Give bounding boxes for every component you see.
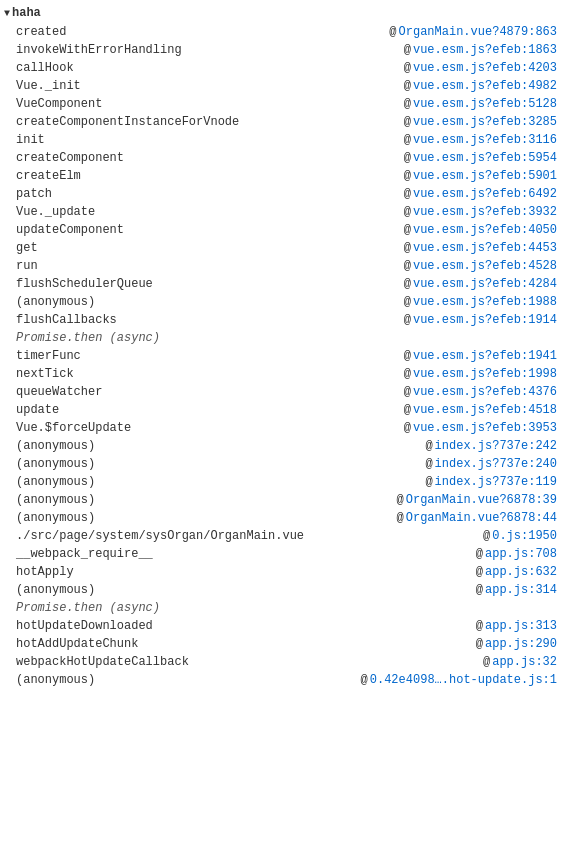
stack-frame-row: createComponent@ vue.esm.js?efeb:5954: [0, 150, 561, 168]
function-name: (anonymous): [16, 583, 216, 597]
group-name: haha: [12, 6, 41, 20]
function-name: __webpack_require__: [16, 547, 216, 561]
stack-frame-row: flushCallbacks@ vue.esm.js?efeb:1914: [0, 312, 561, 330]
at-symbol: @: [404, 295, 411, 309]
function-name: callHook: [16, 61, 216, 75]
source-link[interactable]: OrganMain.vue?6878:44: [406, 511, 557, 525]
source-link[interactable]: vue.esm.js?efeb:1988: [413, 295, 557, 309]
function-name: flushSchedulerQueue: [16, 277, 216, 291]
at-symbol: @: [404, 61, 411, 75]
function-name: timerFunc: [16, 349, 216, 363]
at-symbol: @: [425, 475, 432, 489]
function-name: webpackHotUpdateCallback: [16, 655, 216, 669]
source-link[interactable]: vue.esm.js?efeb:3116: [413, 133, 557, 147]
source-link[interactable]: vue.esm.js?efeb:4203: [413, 61, 557, 75]
source-link[interactable]: vue.esm.js?efeb:1998: [413, 367, 557, 381]
toggle-arrow-icon[interactable]: ▼: [4, 8, 10, 19]
group-header[interactable]: ▼ haha: [0, 4, 561, 24]
at-symbol: @: [397, 493, 404, 507]
source-link[interactable]: app.js:313: [485, 619, 557, 633]
stack-frame-row: hotApply@ app.js:632: [0, 564, 561, 582]
stack-frame-row: hotAddUpdateChunk@ app.js:290: [0, 636, 561, 654]
function-name: Vue.$forceUpdate: [16, 421, 216, 435]
source-link[interactable]: app.js:290: [485, 637, 557, 651]
function-name: (anonymous): [16, 457, 216, 471]
stack-frame-row: createElm@ vue.esm.js?efeb:5901: [0, 168, 561, 186]
source-link[interactable]: vue.esm.js?efeb:4982: [413, 79, 557, 93]
source-link[interactable]: index.js?737e:242: [435, 439, 557, 453]
at-symbol: @: [404, 79, 411, 93]
source-link[interactable]: 0.js:1950: [492, 529, 557, 543]
function-name: flushCallbacks: [16, 313, 216, 327]
source-link[interactable]: vue.esm.js?efeb:4050: [413, 223, 557, 237]
stack-frame-row: queueWatcher@ vue.esm.js?efeb:4376: [0, 384, 561, 402]
source-link[interactable]: vue.esm.js?efeb:5128: [413, 97, 557, 111]
source-link[interactable]: vue.esm.js?efeb:3932: [413, 205, 557, 219]
stack-frame-row: patch@ vue.esm.js?efeb:6492: [0, 186, 561, 204]
source-link[interactable]: vue.esm.js?efeb:1941: [413, 349, 557, 363]
stack-frames-list: created@ OrganMain.vue?4879:863invokeWit…: [0, 24, 561, 690]
function-name: Vue._update: [16, 205, 216, 219]
at-symbol: @: [397, 511, 404, 525]
source-link[interactable]: app.js:632: [485, 565, 557, 579]
source-link[interactable]: OrganMain.vue?4879:863: [399, 25, 557, 39]
stack-frame-row: callHook@ vue.esm.js?efeb:4203: [0, 60, 561, 78]
stack-frame-row: Vue._init@ vue.esm.js?efeb:4982: [0, 78, 561, 96]
source-link[interactable]: vue.esm.js?efeb:5954: [413, 151, 557, 165]
source-link[interactable]: 0.42e4098….hot-update.js:1: [370, 673, 557, 687]
source-link[interactable]: vue.esm.js?efeb:4453: [413, 241, 557, 255]
function-name: (anonymous): [16, 295, 216, 309]
source-link[interactable]: index.js?737e:240: [435, 457, 557, 471]
at-symbol: @: [404, 133, 411, 147]
source-link[interactable]: vue.esm.js?efeb:4284: [413, 277, 557, 291]
at-symbol: @: [483, 529, 490, 543]
at-symbol: @: [404, 349, 411, 363]
stack-frame-row: createComponentInstanceForVnode@ vue.esm…: [0, 114, 561, 132]
function-name: Vue._init: [16, 79, 216, 93]
source-link[interactable]: index.js?737e:119: [435, 475, 557, 489]
stack-frame-row: init@ vue.esm.js?efeb:3116: [0, 132, 561, 150]
function-name: createComponent: [16, 151, 216, 165]
at-symbol: @: [425, 439, 432, 453]
source-link[interactable]: vue.esm.js?efeb:4376: [413, 385, 557, 399]
function-name: update: [16, 403, 216, 417]
function-name: invokeWithErrorHandling: [16, 43, 216, 57]
stack-frame-row: Promise.then (async): [0, 600, 561, 618]
source-link[interactable]: vue.esm.js?efeb:1863: [413, 43, 557, 57]
function-name: get: [16, 241, 216, 255]
source-link[interactable]: app.js:708: [485, 547, 557, 561]
stack-frame-row: Vue._update@ vue.esm.js?efeb:3932: [0, 204, 561, 222]
source-link[interactable]: vue.esm.js?efeb:3285: [413, 115, 557, 129]
function-name: hotApply: [16, 565, 216, 579]
function-name: createComponentInstanceForVnode: [16, 115, 239, 129]
source-link[interactable]: app.js:32: [492, 655, 557, 669]
at-symbol: @: [361, 673, 368, 687]
at-symbol: @: [404, 367, 411, 381]
at-symbol: @: [404, 169, 411, 183]
source-link[interactable]: vue.esm.js?efeb:6492: [413, 187, 557, 201]
stack-frame-row: Vue.$forceUpdate@ vue.esm.js?efeb:3953: [0, 420, 561, 438]
at-symbol: @: [404, 277, 411, 291]
stack-frame-row: flushSchedulerQueue@ vue.esm.js?efeb:428…: [0, 276, 561, 294]
at-symbol: @: [476, 565, 483, 579]
function-name: queueWatcher: [16, 385, 216, 399]
stack-frame-row: updateComponent@ vue.esm.js?efeb:4050: [0, 222, 561, 240]
at-symbol: @: [404, 421, 411, 435]
function-name: (anonymous): [16, 493, 216, 507]
source-link[interactable]: app.js:314: [485, 583, 557, 597]
source-link[interactable]: OrganMain.vue?6878:39: [406, 493, 557, 507]
stack-frame-row: hotUpdateDownloaded@ app.js:313: [0, 618, 561, 636]
stack-frame-row: nextTick@ vue.esm.js?efeb:1998: [0, 366, 561, 384]
function-name: updateComponent: [16, 223, 216, 237]
stack-frame-row: invokeWithErrorHandling@ vue.esm.js?efeb…: [0, 42, 561, 60]
function-name: createElm: [16, 169, 216, 183]
at-symbol: @: [476, 637, 483, 651]
stack-frame-row: (anonymous)@ OrganMain.vue?6878:39: [0, 492, 561, 510]
source-link[interactable]: vue.esm.js?efeb:5901: [413, 169, 557, 183]
source-link[interactable]: vue.esm.js?efeb:4528: [413, 259, 557, 273]
source-link[interactable]: vue.esm.js?efeb:3953: [413, 421, 557, 435]
at-symbol: @: [425, 457, 432, 471]
source-link[interactable]: vue.esm.js?efeb:1914: [413, 313, 557, 327]
function-name: ./src/page/system/sysOrgan/OrganMain.vue: [16, 529, 304, 543]
source-link[interactable]: vue.esm.js?efeb:4518: [413, 403, 557, 417]
